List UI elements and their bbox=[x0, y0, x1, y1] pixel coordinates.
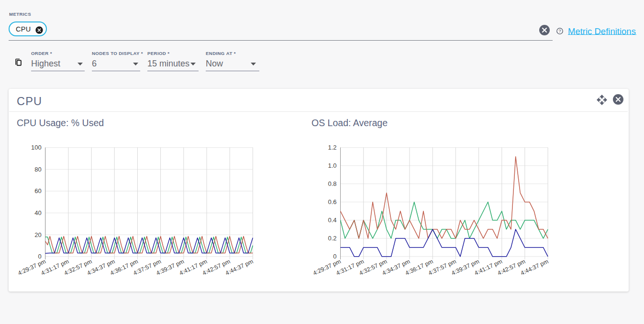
svg-text:1.0: 1.0 bbox=[328, 162, 336, 169]
svg-text:?: ? bbox=[558, 28, 561, 33]
svg-text:20: 20 bbox=[34, 231, 41, 238]
svg-text:0.4: 0.4 bbox=[328, 216, 336, 224]
svg-text:80: 80 bbox=[34, 166, 41, 173]
svg-text:0.6: 0.6 bbox=[328, 198, 336, 205]
svg-text:100: 100 bbox=[31, 144, 42, 151]
svg-text:1.2: 1.2 bbox=[328, 144, 336, 151]
svg-text:0.8: 0.8 bbox=[328, 180, 336, 187]
svg-text:40: 40 bbox=[34, 209, 41, 216]
svg-text:60: 60 bbox=[34, 187, 41, 194]
svg-text:0.2: 0.2 bbox=[328, 235, 336, 242]
